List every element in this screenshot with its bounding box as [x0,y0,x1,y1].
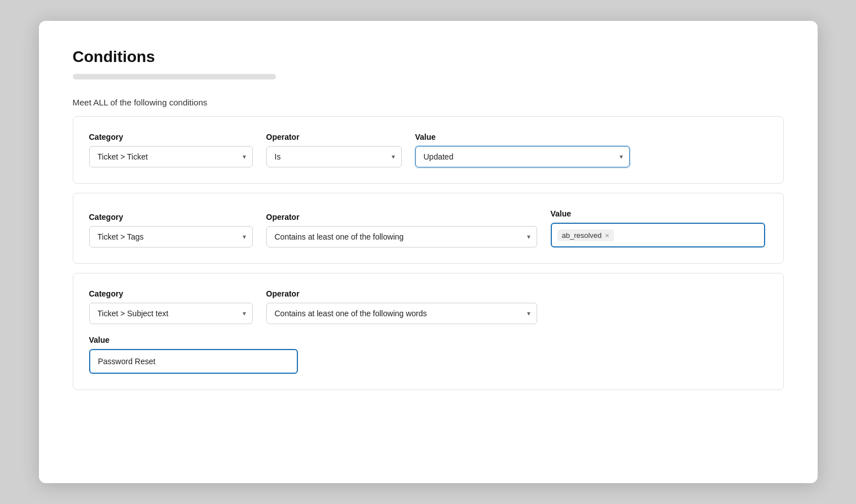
operator-label-3: Operator [266,289,537,298]
page-title: Conditions [73,48,784,66]
category-label-3: Category [89,289,253,298]
field-group-category-1: Category Ticket > Ticket Ticket > Tags T… [89,132,253,167]
operator-select-1[interactable]: Is Is not [266,146,402,167]
condition-bottom-row-3: Value [89,335,767,374]
tag-chip-close-icon[interactable]: × [605,232,609,239]
condition-row-1: Category Ticket > Ticket Ticket > Tags T… [89,132,767,167]
value-text-input[interactable] [89,349,298,374]
field-group-category-3: Category Ticket > Ticket Ticket > Tags T… [89,289,253,324]
tag-chip-label: ab_resolved [562,231,602,240]
field-group-operator-1: Operator Is Is not ▾ [266,132,402,167]
value-label-2: Value [551,209,765,218]
operator-select-wrapper-2: Contains at least one of the following C… [266,226,537,247]
category-select-wrapper-2: Ticket > Ticket Ticket > Tags Ticket > S… [89,226,253,247]
value-select-wrapper-1: Updated Created Solved Assigned ▾ [415,146,630,167]
section-label: Meet ALL of the following conditions [73,98,784,107]
category-select-2[interactable]: Ticket > Ticket Ticket > Tags Ticket > S… [89,226,253,247]
category-select-1[interactable]: Ticket > Ticket Ticket > Tags Ticket > S… [89,146,253,167]
condition-card-2: Category Ticket > Ticket Ticket > Tags T… [73,193,784,264]
operator-select-wrapper-3: Contains at least one of the following w… [266,303,537,324]
tag-input-field[interactable]: ab_resolved × [551,223,765,247]
field-group-operator-2: Operator Contains at least one of the fo… [266,213,537,247]
tag-chip-ab-resolved: ab_resolved × [558,229,614,241]
category-label-1: Category [89,132,253,142]
value-label-1: Value [415,132,630,142]
main-window: Conditions Meet ALL of the following con… [39,21,818,483]
value-label-3: Value [89,335,767,344]
category-select-wrapper-1: Ticket > Ticket Ticket > Tags Ticket > S… [89,146,253,167]
operator-select-3[interactable]: Contains at least one of the following w… [266,303,537,324]
operator-label-2: Operator [266,213,537,222]
progress-bar [73,74,276,79]
field-group-category-2: Category Ticket > Ticket Ticket > Tags T… [89,213,253,247]
condition-top-row-3: Category Ticket > Ticket Ticket > Tags T… [89,289,767,324]
operator-select-wrapper-1: Is Is not ▾ [266,146,402,167]
category-select-wrapper-3: Ticket > Ticket Ticket > Tags Ticket > S… [89,303,253,324]
field-group-value-2: Value ab_resolved × [551,209,765,247]
category-label-2: Category [89,213,253,222]
condition-card-3: Category Ticket > Ticket Ticket > Tags T… [73,273,784,390]
field-group-value-1: Value Updated Created Solved Assigned ▾ [415,132,630,167]
category-select-3[interactable]: Ticket > Ticket Ticket > Tags Ticket > S… [89,303,253,324]
field-group-operator-3: Operator Contains at least one of the fo… [266,289,537,324]
value-select-1[interactable]: Updated Created Solved Assigned [415,146,630,167]
operator-label-1: Operator [266,132,402,142]
operator-select-2[interactable]: Contains at least one of the following C… [266,226,537,247]
condition-row-2: Category Ticket > Ticket Ticket > Tags T… [89,209,767,247]
condition-card-1: Category Ticket > Ticket Ticket > Tags T… [73,116,784,184]
